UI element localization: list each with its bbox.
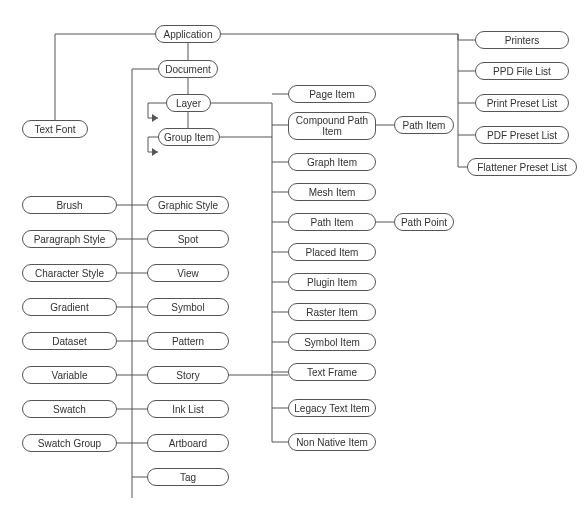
node-character-style: Character Style (22, 264, 117, 282)
node-print-preset-list: Print Preset List (475, 94, 569, 112)
node-symbol: Symbol (147, 298, 229, 316)
node-spot: Spot (147, 230, 229, 248)
node-text-frame: Text Frame (288, 363, 376, 381)
node-tag: Tag (147, 468, 229, 486)
node-raster-item: Raster Item (288, 303, 376, 321)
node-group-item: Group Item (158, 128, 220, 146)
node-path-point: Path Point (394, 213, 454, 231)
node-ink-list: Ink List (147, 400, 229, 418)
node-swatch: Swatch (22, 400, 117, 418)
node-text-font: Text Font (22, 120, 88, 138)
node-layer: Layer (166, 94, 211, 112)
node-path-item-mid: Path Item (288, 213, 376, 231)
node-printers: Printers (475, 31, 569, 49)
node-page-item: Page Item (288, 85, 376, 103)
svg-marker-9 (152, 114, 158, 122)
node-story: Story (147, 366, 229, 384)
node-legacy-text-item: Legacy Text Item (288, 399, 376, 417)
svg-marker-10 (152, 148, 158, 156)
node-compound-path-item: Compound Path Item (288, 112, 376, 140)
node-paragraph-style: Paragraph Style (22, 230, 117, 248)
node-variable: Variable (22, 366, 117, 384)
node-symbol-item: Symbol Item (288, 333, 376, 351)
node-swatch-group: Swatch Group (22, 434, 117, 452)
node-mesh-item: Mesh Item (288, 183, 376, 201)
node-placed-item: Placed Item (288, 243, 376, 261)
node-pdf-preset-list: PDF Preset List (475, 126, 569, 144)
node-dataset: Dataset (22, 332, 117, 350)
node-gradient: Gradient (22, 298, 117, 316)
node-document: Document (158, 60, 218, 78)
node-artboard: Artboard (147, 434, 229, 452)
node-ppd-file-list: PPD File List (475, 62, 569, 80)
node-path-item-right: Path Item (394, 116, 454, 134)
node-non-native-item: Non Native Item (288, 433, 376, 451)
node-application: Application (155, 25, 221, 43)
node-graph-item: Graph Item (288, 153, 376, 171)
node-plugin-item: Plugin Item (288, 273, 376, 291)
node-pattern: Pattern (147, 332, 229, 350)
node-view: View (147, 264, 229, 282)
node-brush: Brush (22, 196, 117, 214)
node-flattener-preset-list: Flattener Preset List (467, 158, 577, 176)
node-graphic-style: Graphic Style (147, 196, 229, 214)
